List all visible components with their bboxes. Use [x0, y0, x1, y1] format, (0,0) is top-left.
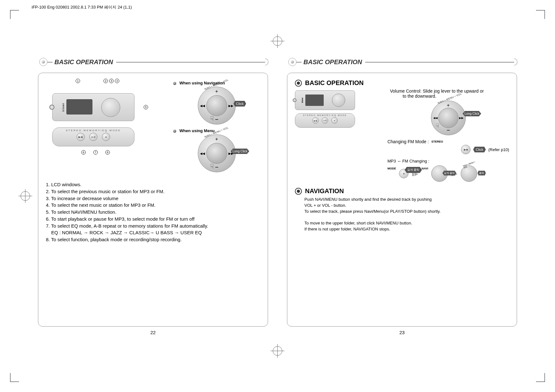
longclick-burst: Long Click [231, 149, 249, 154]
minus-icon: − [446, 127, 450, 134]
jog-small: 길게 클릭 [431, 165, 448, 182]
mode-label: MODE [387, 167, 396, 170]
next-icon: ▶▶ [228, 104, 234, 107]
navi-label: NAVI [421, 167, 428, 170]
content-box: BASIC OPERATION iriver STEREO MEMORY/EQ … [287, 73, 517, 327]
nav-text: To move to the upper folder, short click… [304, 221, 412, 225]
cropmark [10, 10, 19, 10]
longclick-burst-kr: 길게 클릭 [405, 167, 422, 173]
list-item: 2. To select the previous music or stati… [46, 188, 260, 195]
page-right: BASIC OPERATION BASIC OPERATION iriver S… [287, 57, 517, 335]
list-item: 6. To start playback or pause for MP3, t… [46, 216, 260, 223]
nav-text: Push NAVI/MENU button shortly and find t… [304, 197, 432, 202]
vol-line1: Volume Control: Slide jog lever to the u… [390, 89, 484, 94]
nav-text: To select the track, please press Navi/M… [304, 209, 440, 214]
list-item: 7. To select EQ mode, A-B repeat or to m… [46, 223, 260, 230]
device-bottom-small: STEREO MEMORY/EQ MODE ▶/■ A-B ● [295, 113, 355, 128]
bottom-labels: STEREO MEMORY/EQ MODE [295, 114, 355, 116]
next-icon: ▶▶ [459, 116, 464, 119]
bottom-labels: STEREO MEMORY/EQ MODE [53, 129, 134, 132]
device-brand: iriver [62, 103, 65, 112]
longclick-burst: Long Click [463, 111, 481, 116]
list-item: EQ : NORMAL → ROCK → JAZZ → CLASSIC→ U B… [46, 229, 260, 236]
mp3-fm-label: MP3 ↔ FM Changing : [387, 159, 509, 163]
section-header: BASIC OPERATION [290, 57, 517, 67]
section-header: BASIC OPERATION [41, 57, 268, 67]
list-item: 4. To select the next music or station f… [46, 202, 260, 209]
header-knob-icon [288, 58, 296, 66]
prev-icon: ◀◀ [433, 116, 438, 119]
callout-2: 2 [103, 79, 108, 83]
header-knob-icon [39, 58, 47, 66]
cropmark [536, 382, 545, 382]
page-number: 23 [287, 330, 517, 335]
callout-4: 4 [115, 79, 119, 83]
prev-icon: ◀◀ [200, 152, 205, 155]
lcd-screen [66, 99, 92, 114]
navigation-body: Push NAVI/MENU button shortly and find t… [304, 197, 509, 232]
device-bottom-diagram: STEREO MEMORY/EQ MODE ▶/■ A-B ● [52, 127, 134, 146]
ab-button: A-B [322, 117, 328, 124]
cropmark [545, 373, 545, 382]
hand-icon: ☟ [210, 115, 214, 122]
list-item: 5. To select NAVI/MENU function. [46, 209, 260, 216]
section-title: NAVIGATION [305, 187, 344, 195]
list-item: 3. To increase or decrease volume [46, 195, 260, 202]
bullet-icon [173, 130, 176, 133]
registration-mark [21, 191, 30, 201]
callout-5: 5 [144, 105, 148, 109]
bullet-icon [173, 82, 176, 85]
registration-mark [273, 36, 282, 46]
header-title: BASIC OPERATION [302, 58, 365, 66]
cropmark [536, 10, 545, 10]
callout-1: 1 [76, 79, 80, 83]
plus-icon: + [215, 89, 218, 94]
callout-6: 6 [81, 150, 86, 155]
hand-icon: ☟ [210, 162, 214, 170]
rec-button: ● [331, 117, 338, 124]
page-number: 22 [38, 330, 268, 335]
jog-control [101, 98, 120, 117]
menu-heading-text: When using Menu [179, 128, 215, 133]
callout-7: 7 [93, 150, 98, 155]
nav-text: VOL + or VOL - button. [304, 203, 346, 208]
prev-icon: ◀◀ [200, 104, 205, 107]
list-item: 8. To select function, playback mode or … [46, 236, 260, 243]
cropmark [10, 382, 19, 382]
play-stop-button: ▶/■ [461, 145, 471, 154]
list-item: 1. LCD windows. [46, 181, 260, 188]
jog-dial-menu: NAVI • MENU • VOL + − ◀◀ ▶▶ ☟ Long Click [198, 134, 236, 172]
plus-icon: + [215, 137, 218, 142]
cropmark [545, 10, 545, 19]
play-stop-button: ▶/■ [312, 117, 319, 124]
refer-text: (Refer p10) [488, 147, 509, 152]
file-path-header: iFP-100 Eng 020801 2002.8.1 7:33 PM 페이지 … [32, 4, 132, 10]
ring-icon [295, 80, 302, 87]
header-title: BASIC OPERATION [53, 58, 116, 66]
callout-3: 3 [109, 79, 114, 83]
click-burst: Click [473, 147, 486, 152]
device-front-small: iriver [295, 90, 355, 110]
jog-small: NAVI • MENU • VOL 클릭 [461, 165, 477, 182]
content-box: 1 2 3 4 iriver 5 STEREO MEMORY/EQ MODE [38, 73, 268, 327]
click-burst: Click [234, 101, 246, 107]
minus-icon: − [215, 116, 218, 123]
minus-icon: − [215, 164, 218, 171]
stereo-label: STEREO [431, 140, 443, 143]
device-brand: iriver [301, 97, 303, 103]
callout-8: 8 [105, 150, 110, 155]
cropmark [10, 10, 10, 19]
cropmark [10, 373, 10, 382]
feature-list: 1. LCD windows. 2. To select the previou… [46, 181, 260, 243]
vol-line2: to the downward. [390, 94, 436, 99]
fm-mode-label: Changing FM Mode : [387, 139, 429, 144]
ab-button: A-B [89, 133, 97, 141]
jog-dial-volume: NAVI • MENU • VOL + − ◀◀ ▶▶ ☟ Long Click [431, 101, 466, 135]
rec-button: ● [102, 133, 110, 141]
device-front-diagram: iriver 5 [52, 93, 134, 121]
nav-text: If there is not upper folder, NAVIGATION… [304, 227, 390, 231]
play-stop-button: ▶/■ [77, 133, 85, 141]
registration-mark [273, 346, 282, 356]
plus-icon: + [447, 103, 450, 108]
hand-icon: ☟ [436, 122, 439, 129]
